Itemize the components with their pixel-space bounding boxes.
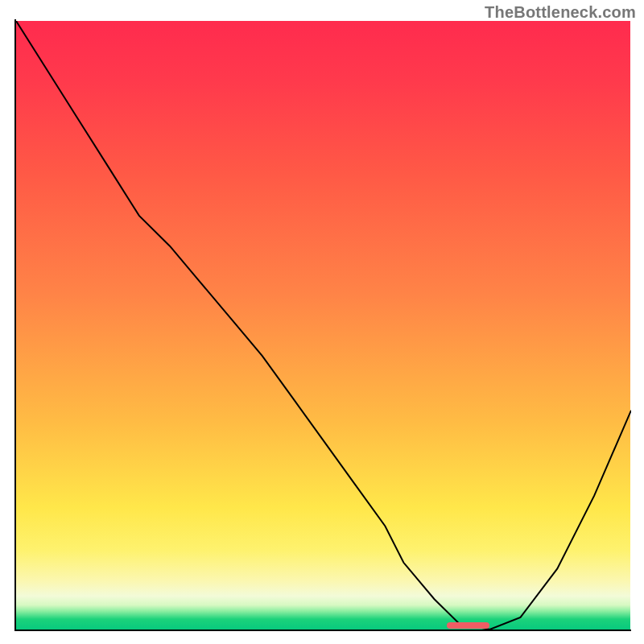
data-curve [14,21,631,631]
chart-canvas: TheBottleneck.com [0,0,644,644]
plot-area [14,21,631,631]
curve-path [16,21,631,630]
watermark-label: TheBottleneck.com [485,3,636,22]
minimum-marker [447,622,489,629]
x-axis [14,630,631,631]
y-axis [14,19,16,631]
